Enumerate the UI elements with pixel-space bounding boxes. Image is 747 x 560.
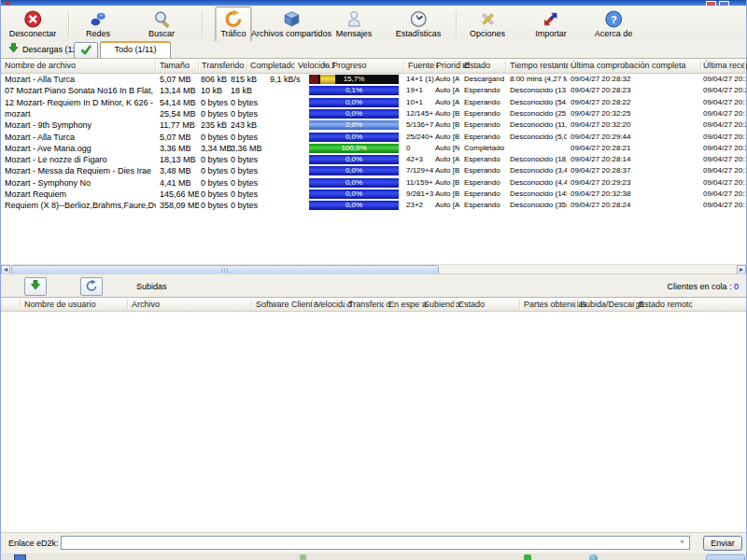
cell-time_remaining: Desconocido (358,09 MB) [510, 200, 567, 211]
cell-last_received: 09/04/27 20:19 [703, 132, 746, 143]
download-row[interactable]: Requiem (X 8)--Berlioz,Brahms,Faure,Dvor… [1, 200, 746, 211]
progress-bar: 0,0% [309, 201, 399, 210]
download-row[interactable]: Mozart Requiem145,66 MB0 bytes0 bytes9/2… [1, 189, 746, 200]
cell-status: Esperando [464, 85, 504, 96]
cell-priority: Auto [Al] [435, 154, 459, 165]
toolbar-button-disconnect[interactable]: Desconectar [4, 7, 63, 42]
cell-last_complete: 09/04/27 20:29:44 [571, 132, 661, 143]
toolbar-button-shared[interactable]: Archivos compartidos [246, 7, 337, 42]
toolbar-button-label: Mensajes [336, 29, 373, 38]
column-header-11[interactable]: Última recepción [703, 61, 747, 70]
column-header-10[interactable]: Última comprobación completa [571, 61, 686, 70]
column-header-0[interactable]: Nombre de archivo [5, 61, 76, 70]
progress-label: 0,0% [309, 155, 399, 164]
cell-name: Mozart - Alla Turca [5, 132, 156, 143]
column-header-8[interactable]: Estado [464, 61, 490, 70]
queue-label: Clientes en cola : [667, 282, 734, 291]
download-row[interactable]: 12 Mozart- Requiem In D Minor, K 626 - 1… [1, 97, 746, 108]
cell-last_received: 09/04/27 20:29 [703, 85, 746, 96]
toolbar-button-options[interactable]: Opciones [464, 7, 511, 42]
network-globe-icon [589, 554, 598, 560]
toolbar-button-search[interactable]: Buscar [143, 7, 180, 42]
cell-size: 358,09 MB [160, 200, 199, 211]
cell-sources: 12/145+ [406, 108, 434, 119]
cell-last_received: 09/04/27 20:19 [703, 108, 746, 119]
cell-completed: 0 bytes [231, 132, 268, 143]
download-row[interactable]: Mozart - Messa da Requiem - Dies Irae3,4… [1, 165, 746, 176]
cell-sources: 42+3 [406, 154, 434, 165]
cell-completed: 815 kB [231, 74, 268, 85]
cell-status: Esperando [464, 154, 504, 165]
upload-column-header-3[interactable]: Velocidad [316, 300, 352, 309]
ed2k-link-input[interactable] [61, 536, 690, 550]
cell-last_complete: 09/04/27 20:28:21 [571, 143, 661, 154]
progress-bar: 100,0% [309, 144, 399, 153]
cell-last_received: 09/04/27 20:32 [703, 74, 746, 85]
download-row[interactable]: mozart25,54 MB0 bytes0 bytes12/145+Auto … [1, 108, 746, 119]
download-row[interactable]: Mozart - Alla Turca5,07 MB0 bytes0 bytes… [1, 132, 746, 143]
upload-column-header-0[interactable]: Nombre de usuario [24, 300, 96, 309]
cell-status: Esperando [464, 189, 504, 200]
toolbar: DesconectarRedesBuscarTráficoArchivos co… [1, 6, 746, 42]
download-row[interactable]: Mozart - Alla Turca5,07 MB806 kB815 kB9,… [1, 74, 746, 85]
toolbar-button-networks[interactable]: Redes [80, 7, 116, 42]
shared-files-icon [281, 9, 302, 29]
download-row[interactable]: Mozart - 9th Symphony11,77 MB235 kB243 k… [1, 119, 746, 131]
toolbar-button-about[interactable]: ?Acerca de [589, 7, 639, 42]
column-divider [403, 61, 404, 71]
cell-sources: 11/159+ [406, 177, 434, 189]
cell-last_complete: 09/04/27 20:28:14 [571, 154, 661, 165]
column-header-5[interactable]: Progreso [332, 61, 367, 70]
column-header-9[interactable]: Tiempo restante [510, 61, 571, 70]
upload-column-header-8[interactable]: Partes obtenidas [524, 300, 587, 309]
ed2k-link-bar: Enlace eD2k: ▼ Enviar [1, 532, 746, 553]
toolbar-button-statistics[interactable]: Estadísticas [390, 7, 447, 42]
window-icon [5, 1, 10, 5]
toolbar-separator [202, 11, 203, 37]
cell-status: Esperando [464, 165, 504, 176]
toolbar-separator [68, 11, 69, 37]
download-row[interactable]: 07 Mozart Piano Sonata No16 In B Flat, K… [1, 85, 746, 96]
progress-label: 0,0% [309, 201, 399, 210]
cell-size: 5,07 MB [160, 132, 199, 143]
downloads-table-header: ▲ Nombre de archivoTamañoTransferidoComp… [1, 59, 746, 74]
progress-bar: 0,0% [309, 155, 399, 164]
progress-bar: 2,0% [309, 120, 399, 130]
ed2k-dropdown-arrow-icon[interactable]: ▼ [679, 539, 685, 545]
download-row[interactable]: Mozart - Le nozze di Figaro18,13 MB0 byt… [1, 154, 746, 165]
upload-column-header-7[interactable]: Estado [458, 300, 485, 309]
upload-column-header-5[interactable]: En espera [388, 300, 427, 309]
cell-name: Mozart Requiem [5, 189, 156, 200]
cell-name: Mozart - Ave Maria.ogg [5, 143, 156, 154]
download-row[interactable]: Mozart - Ave Maria.ogg3,36 MB3,34 MB3,36… [1, 143, 746, 154]
upload-column-header-1[interactable]: Archivo [132, 300, 160, 309]
refresh-button[interactable] [80, 277, 103, 296]
upload-column-header-10[interactable]: Estado remoto [639, 300, 694, 309]
column-header-1[interactable]: Tamaño [160, 61, 190, 70]
column-divider [700, 61, 701, 71]
toolbar-button-label: Archivos compartidos [251, 29, 331, 38]
download-row[interactable]: Mozart - Symphony No4,41 MB0 bytes0 byte… [1, 177, 746, 189]
column-header-2[interactable]: Transferido [202, 61, 244, 70]
progress-label: 2,0% [309, 120, 399, 130]
toolbar-button-import[interactable]: Importar [529, 7, 572, 42]
column-header-3[interactable]: Completado [250, 61, 296, 70]
send-button[interactable]: Enviar [703, 536, 742, 551]
toolbar-button-label: Tráfico [220, 29, 246, 38]
svg-text:?: ? [610, 14, 616, 25]
column-divider [634, 300, 635, 309]
category-check-button[interactable] [74, 42, 98, 59]
status-icon [300, 554, 306, 560]
cell-size: 18,13 MB [160, 154, 199, 165]
downloads-panel-button[interactable] [24, 277, 47, 296]
toolbar-button-label: Estadísticas [396, 29, 442, 38]
upload-column-header-2[interactable]: Software Cliente [256, 300, 317, 309]
cell-completed: 0 bytes [231, 108, 268, 119]
downloads-section-label: Descargas (12) [22, 45, 80, 54]
cell-name: 07 Mozart Piano Sonata No16 In B Flat, K… [5, 85, 156, 96]
cell-size: 5,07 MB [160, 74, 199, 85]
tab-todo[interactable]: Todo (1/11) [100, 41, 171, 60]
status-progress-button[interactable] [706, 554, 745, 560]
about-icon: ? [603, 9, 624, 29]
toolbar-button-messages[interactable]: Mensajes [331, 7, 378, 42]
